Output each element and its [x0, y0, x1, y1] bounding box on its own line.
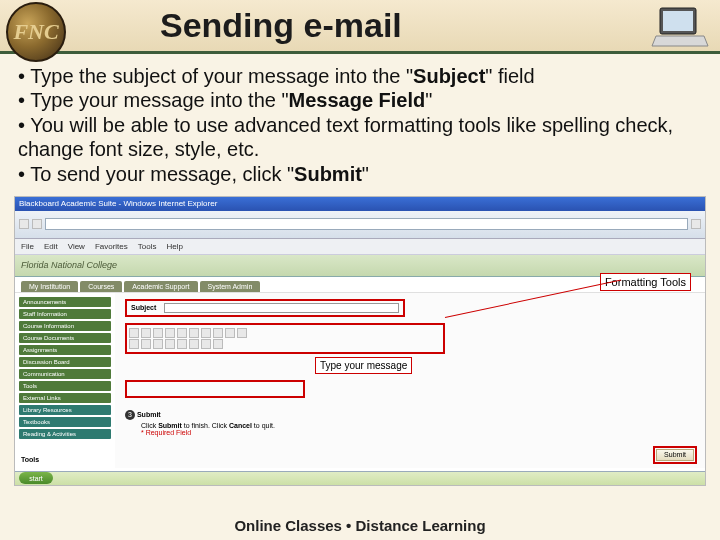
- submit-section: 3 Submit Click Submit to finish. Click C…: [125, 410, 695, 436]
- submit-button[interactable]: Submit: [656, 449, 694, 461]
- formatting-toolbar-highlight: [125, 323, 445, 354]
- bullet-list: • Type the subject of your message into …: [0, 54, 720, 192]
- forward-button[interactable]: [32, 219, 42, 229]
- go-button[interactable]: [691, 219, 701, 229]
- browser-screenshot: Blackboard Academic Suite - Windows Inte…: [14, 196, 706, 486]
- sidebar-item-external-links[interactable]: External Links: [19, 393, 111, 403]
- format-btn[interactable]: [165, 328, 175, 338]
- required-note: * Required Field: [141, 429, 695, 436]
- page-title: Sending e-mail: [160, 6, 402, 45]
- required-text: Required Field: [146, 429, 192, 436]
- subject-input[interactable]: [164, 303, 399, 313]
- t: Click: [141, 422, 158, 429]
- step-number: 3: [125, 410, 135, 420]
- bullet-4: • To send your message, click "Submit": [18, 162, 702, 186]
- address-bar[interactable]: [45, 218, 688, 230]
- subject-field-highlight: Subject: [125, 299, 405, 317]
- tab-academic-support[interactable]: Academic Support: [124, 281, 197, 292]
- sidebar-item-staff[interactable]: Staff Information: [19, 309, 111, 319]
- format-btn[interactable]: [201, 328, 211, 338]
- menu-help[interactable]: Help: [166, 242, 182, 251]
- sidebar-item-course-info[interactable]: Course Information: [19, 321, 111, 331]
- sidebar-item-discussion[interactable]: Discussion Board: [19, 357, 111, 367]
- taskbar: start: [15, 471, 705, 485]
- callout-type-message: Type your message: [315, 357, 412, 374]
- laptop-icon: [650, 2, 710, 52]
- bullet-1-bold: Subject: [413, 65, 485, 87]
- t: to finish. Click: [182, 422, 229, 429]
- slide-header: FNC Sending e-mail: [0, 0, 720, 54]
- bullet-2-bold: Message Field: [289, 89, 426, 111]
- format-btn[interactable]: [153, 328, 163, 338]
- sidebar-item-textbooks[interactable]: Textbooks: [19, 417, 111, 427]
- tab-my-institution[interactable]: My Institution: [21, 281, 78, 292]
- bullet-4-post: ": [362, 163, 369, 185]
- bullet-2-post: ": [425, 89, 432, 111]
- format-btn[interactable]: [153, 339, 163, 349]
- format-row-1: [129, 328, 441, 338]
- menu-edit[interactable]: Edit: [44, 242, 58, 251]
- bullet-1-post: " field: [485, 65, 534, 87]
- t: Submit: [158, 422, 182, 429]
- sidebar-item-assignments[interactable]: Assignments: [19, 345, 111, 355]
- fnc-logo: FNC: [6, 2, 66, 62]
- tab-courses[interactable]: Courses: [80, 281, 122, 292]
- course-sidebar: Announcements Staff Information Course I…: [15, 293, 115, 468]
- sidebar-item-announcements[interactable]: Announcements: [19, 297, 111, 307]
- ie-titlebar: Blackboard Academic Suite - Windows Inte…: [15, 197, 705, 211]
- bullet-3: • You will be able to use advanced text …: [18, 113, 702, 162]
- back-button[interactable]: [19, 219, 29, 229]
- submit-button-highlight: Submit: [653, 446, 697, 464]
- svg-rect-1: [663, 11, 693, 31]
- format-btn[interactable]: [177, 328, 187, 338]
- compose-area: Subject 3 Submit Click Submit to finish.…: [115, 293, 705, 468]
- menu-view[interactable]: View: [68, 242, 85, 251]
- bullet-4-pre: • To send your message, click ": [18, 163, 294, 185]
- ie-toolbar: [15, 211, 705, 239]
- format-btn[interactable]: [141, 328, 151, 338]
- bullet-4-bold: Submit: [294, 163, 362, 185]
- format-btn[interactable]: [225, 328, 235, 338]
- format-btn[interactable]: [177, 339, 187, 349]
- sidebar-item-reading[interactable]: Reading & Activities: [19, 429, 111, 439]
- menu-file[interactable]: File: [21, 242, 34, 251]
- sidebar-item-tools[interactable]: Tools: [19, 381, 111, 391]
- slide-footer: Online Classes • Distance Learning: [0, 517, 720, 534]
- ie-title-text: Blackboard Academic Suite - Windows Inte…: [19, 199, 217, 208]
- logo-text: FNC: [13, 19, 58, 45]
- format-btn[interactable]: [141, 339, 151, 349]
- bullet-2: • Type your message into the "Message Fi…: [18, 88, 702, 112]
- message-field-highlight[interactable]: [125, 380, 305, 398]
- subject-label: Subject: [131, 304, 156, 311]
- sidebar-item-library[interactable]: Library Resources: [19, 405, 111, 415]
- format-btn[interactable]: [129, 328, 139, 338]
- format-btn[interactable]: [189, 339, 199, 349]
- t: Cancel: [229, 422, 252, 429]
- format-btn[interactable]: [165, 339, 175, 349]
- menu-favorites[interactable]: Favorites: [95, 242, 128, 251]
- bullet-1: • Type the subject of your message into …: [18, 64, 702, 88]
- format-btn[interactable]: [237, 328, 247, 338]
- submit-heading: Submit: [137, 411, 161, 418]
- format-btn[interactable]: [213, 339, 223, 349]
- tab-system-admin[interactable]: System Admin: [200, 281, 261, 292]
- format-row-2: [129, 339, 441, 349]
- bullet-2-pre: • Type your message into the ": [18, 89, 289, 111]
- submit-instructions: Click Submit to finish. Click Cancel to …: [141, 422, 695, 429]
- bullet-1-pre: • Type the subject of your message into …: [18, 65, 413, 87]
- format-btn[interactable]: [129, 339, 139, 349]
- bb-brand: Florida National College: [21, 260, 117, 270]
- format-btn[interactable]: [189, 328, 199, 338]
- format-btn[interactable]: [213, 328, 223, 338]
- blackboard-body: Announcements Staff Information Course I…: [15, 293, 705, 468]
- format-btn[interactable]: [201, 339, 211, 349]
- sidebar-item-communication[interactable]: Communication: [19, 369, 111, 379]
- ie-menubar: File Edit View Favorites Tools Help: [15, 239, 705, 255]
- sidebar-item-course-docs[interactable]: Course Documents: [19, 333, 111, 343]
- t: to quit.: [252, 422, 275, 429]
- menu-tools[interactable]: Tools: [138, 242, 157, 251]
- start-button[interactable]: start: [19, 472, 53, 484]
- tools-panel-label: Tools: [21, 456, 39, 463]
